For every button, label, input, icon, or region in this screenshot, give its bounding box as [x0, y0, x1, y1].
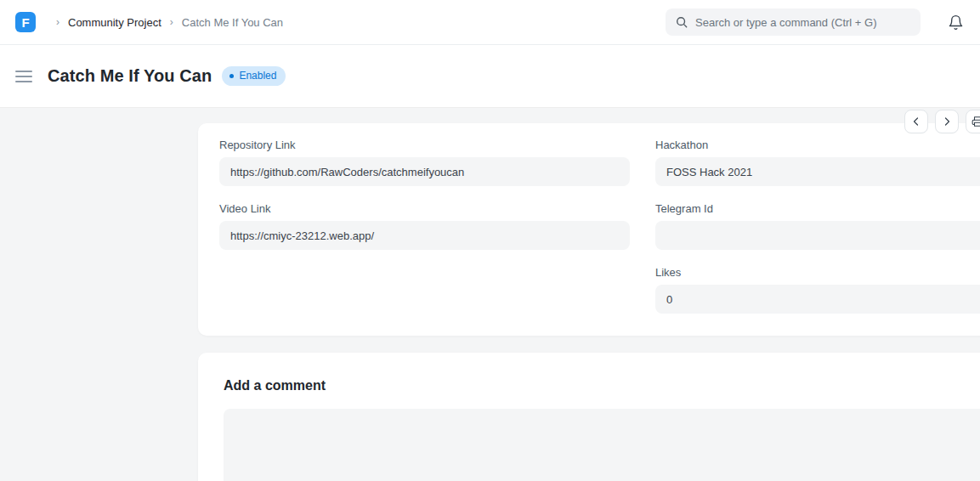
field-video-link: Video Link: [219, 202, 630, 250]
page-head: Catch Me If You Can Enabled: [0, 45, 980, 108]
previous-document-button[interactable]: [904, 110, 928, 133]
field-label: Likes: [655, 266, 980, 279]
breadcrumb-item-community-project[interactable]: Community Project: [68, 16, 161, 29]
field-label: Video Link: [219, 202, 630, 215]
repository-link-input[interactable]: [219, 157, 630, 186]
chevron-left-icon: [911, 116, 921, 127]
comment-section-card: Add a comment: [198, 353, 980, 481]
search-input[interactable]: [695, 16, 910, 29]
next-document-button[interactable]: [935, 110, 959, 133]
global-search[interactable]: [666, 8, 921, 36]
form-column-left: Repository Link Video Link: [219, 139, 630, 314]
chevron-right-icon: ›: [56, 16, 59, 28]
field-hackathon: Hackathon: [655, 139, 980, 186]
field-repository-link: Repository Link: [219, 139, 630, 186]
form-section-card: Repository Link Video Link Hackathon Tel…: [198, 123, 980, 336]
page-title: Catch Me If You Can: [48, 66, 212, 86]
add-comment-heading: Add a comment: [224, 378, 980, 393]
likes-input[interactable]: [655, 285, 980, 314]
search-icon: [676, 16, 688, 28]
field-label: Hackathon: [655, 139, 980, 151]
status-dot-icon: [229, 74, 234, 78]
comment-input[interactable]: [224, 409, 980, 481]
page-head-actions: [898, 110, 980, 133]
navbar: F › Community Project › Catch Me If You …: [0, 0, 980, 45]
field-likes: Likes: [655, 266, 980, 314]
field-telegram-id: Telegram Id: [655, 202, 980, 250]
printer-icon: [972, 116, 980, 127]
breadcrumb: › Community Project › Catch Me If You Ca…: [48, 16, 283, 29]
status-badge-label: Enabled: [239, 70, 276, 82]
chevron-right-icon: ›: [170, 16, 173, 28]
hackathon-input[interactable]: [655, 157, 980, 186]
page-body: Repository Link Video Link Hackathon Tel…: [0, 108, 980, 481]
video-link-input[interactable]: [219, 221, 630, 250]
notifications-bell-icon[interactable]: [946, 13, 965, 31]
telegram-id-input[interactable]: [655, 221, 980, 250]
navbar-right: [666, 8, 965, 36]
breadcrumb-item-current: Catch Me If You Can: [182, 16, 283, 29]
field-label: Repository Link: [219, 139, 630, 151]
status-badge: Enabled: [222, 66, 286, 86]
form-column-right: Hackathon Telegram Id Likes: [655, 139, 980, 314]
chevron-right-icon: [942, 116, 952, 127]
frappe-logo-icon[interactable]: F: [15, 12, 36, 32]
field-label: Telegram Id: [655, 202, 980, 215]
sidebar-toggle-icon[interactable]: [15, 71, 32, 82]
print-button[interactable]: [966, 110, 980, 133]
